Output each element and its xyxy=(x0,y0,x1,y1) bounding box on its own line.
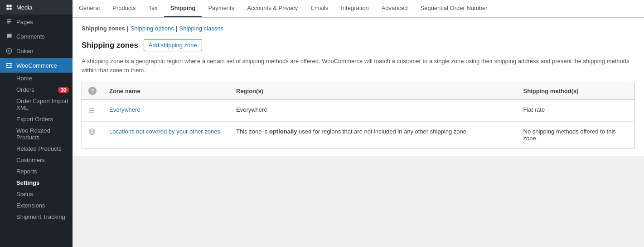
svg-rect-6 xyxy=(7,22,10,23)
sidebar: Media Pages Comments D Dokan WooCommerce… xyxy=(0,0,73,247)
submenu-label: Extensions xyxy=(16,202,45,209)
col-header-icon: ? xyxy=(82,82,103,100)
sidebar-item-label: Media xyxy=(16,4,32,11)
tab-emails[interactable]: Emails xyxy=(304,0,334,17)
row-region-col: Everywhere xyxy=(230,100,517,122)
region-text-bold: optionally xyxy=(269,128,297,135)
sidebar-item-extensions[interactable]: Extensions xyxy=(13,200,73,211)
sidebar-item-related-products[interactable]: Related Products xyxy=(13,143,73,154)
svg-rect-9 xyxy=(6,64,12,67)
sidebar-item-label: Comments xyxy=(16,33,45,40)
sidebar-item-order-export[interactable]: Order Export Import XML xyxy=(13,95,73,114)
sidebar-item-reports[interactable]: Reports xyxy=(13,166,73,177)
sidebar-item-media[interactable]: Media xyxy=(0,0,73,15)
col-header-zone-name: Zone name xyxy=(103,82,230,100)
sidebar-item-woocommerce[interactable]: WooCommerce xyxy=(0,58,73,73)
submenu-label: Shipment Tracking xyxy=(16,213,65,220)
content-area: Shipping zones | Shipping options | Ship… xyxy=(73,18,644,156)
breadcrumb-sep2: | xyxy=(176,25,178,32)
zone-name-link[interactable]: Everywhere xyxy=(109,106,140,113)
svg-rect-1 xyxy=(10,5,12,7)
svg-rect-3 xyxy=(10,8,12,10)
pages-icon xyxy=(5,18,13,25)
svg-point-10 xyxy=(7,65,9,66)
sidebar-submenu: Home Orders 30 Order Export Import XML E… xyxy=(0,73,73,222)
row-zone-name-col: Locations not covered by your other zone… xyxy=(103,122,230,148)
sidebar-item-settings[interactable]: Settings xyxy=(13,177,73,188)
globe-icon xyxy=(88,129,96,137)
table-row: ☰ Everywhere Everywhere Flat rate xyxy=(82,100,635,122)
tab-sequential-order-number[interactable]: Sequential Order Number xyxy=(414,0,494,17)
sidebar-item-customers[interactable]: Customers xyxy=(13,154,73,166)
submenu-label: Orders xyxy=(16,86,34,93)
region-text-suffix: used for regions that are not included i… xyxy=(297,128,468,135)
tab-payments[interactable]: Payments xyxy=(202,0,241,17)
submenu-label: Related Products xyxy=(16,145,62,152)
tab-products[interactable]: Products xyxy=(106,0,142,17)
comments-icon xyxy=(5,33,13,40)
row-shipping-method-col: No shipping methods offered to this zone… xyxy=(517,122,635,148)
region-text-prefix: This zone is xyxy=(236,128,269,135)
section-description: A shipping zone is a geographic region w… xyxy=(82,57,635,74)
tab-general[interactable]: General xyxy=(73,0,106,17)
shipping-zones-table: ? Zone name Region(s) Shipping method(s)… xyxy=(82,82,635,148)
sidebar-item-shipment-tracking[interactable]: Shipment Tracking xyxy=(13,211,73,222)
breadcrumb-sep1: | xyxy=(127,25,129,32)
breadcrumb-current: Shipping zones xyxy=(82,25,125,32)
sidebar-item-home[interactable]: Home xyxy=(13,73,73,84)
svg-rect-2 xyxy=(6,8,9,10)
submenu-label: Order Export Import XML xyxy=(16,98,69,111)
sidebar-item-orders[interactable]: Orders 30 xyxy=(13,84,73,95)
svg-point-11 xyxy=(10,65,11,66)
row-icon-col xyxy=(82,122,103,148)
tabs-bar: General Products Tax Shipping Payments A… xyxy=(73,0,644,18)
tab-tax[interactable]: Tax xyxy=(142,0,164,17)
submenu-label: Customers xyxy=(16,157,45,163)
sidebar-item-label: WooCommerce xyxy=(16,62,57,69)
row-region-col: This zone is optionally used for regions… xyxy=(230,122,517,148)
submenu-label: Export Orders xyxy=(16,116,53,123)
row-icon-col: ☰ xyxy=(82,100,103,122)
help-icon[interactable]: ? xyxy=(88,87,97,95)
add-shipping-zone-button[interactable]: Add shipping zone xyxy=(144,39,202,51)
media-icon xyxy=(5,4,13,11)
submenu-label: Settings xyxy=(16,179,39,186)
woo-icon xyxy=(5,62,13,69)
submenu-label: Woo Related Products xyxy=(16,127,69,141)
section-header: Shipping zones Add shipping zone xyxy=(82,39,635,51)
svg-text:D: D xyxy=(8,49,10,53)
submenu-label: Status xyxy=(16,191,33,198)
zone-name-link[interactable]: Locations not covered by your other zone… xyxy=(109,128,220,135)
sidebar-item-label: Dokan xyxy=(16,48,34,54)
col-header-shipping-methods: Shipping method(s) xyxy=(517,82,635,100)
sidebar-item-dokan[interactable]: D Dokan xyxy=(0,44,73,58)
breadcrumb-link-shipping-classes[interactable]: Shipping classes xyxy=(179,25,223,32)
tab-accounts-privacy[interactable]: Accounts & Privacy xyxy=(241,0,304,17)
sidebar-item-woo-related-products[interactable]: Woo Related Products xyxy=(13,125,73,143)
drag-handle-icon: ☰ xyxy=(88,107,95,114)
tab-shipping[interactable]: Shipping xyxy=(164,0,202,17)
col-header-regions: Region(s) xyxy=(230,82,517,100)
row-zone-name-col: Everywhere xyxy=(103,100,230,122)
sidebar-item-pages[interactable]: Pages xyxy=(0,15,73,29)
tab-advanced[interactable]: Advanced xyxy=(375,0,414,17)
svg-rect-4 xyxy=(7,19,11,20)
sidebar-item-export-orders[interactable]: Export Orders xyxy=(13,114,73,125)
orders-badge: 30 xyxy=(58,87,69,93)
table-row: Locations not covered by your other zone… xyxy=(82,122,635,148)
svg-rect-5 xyxy=(7,21,11,22)
tab-integration[interactable]: Integration xyxy=(334,0,375,17)
dokan-icon: D xyxy=(5,47,13,54)
submenu-label: Reports xyxy=(16,168,37,175)
breadcrumb: Shipping zones | Shipping options | Ship… xyxy=(82,25,635,32)
main-content: General Products Tax Shipping Payments A… xyxy=(73,0,644,247)
submenu-label: Home xyxy=(16,75,32,82)
sidebar-item-comments[interactable]: Comments xyxy=(0,29,73,44)
sidebar-item-label: Pages xyxy=(16,19,33,25)
row-shipping-method-col: Flat rate xyxy=(517,100,635,122)
breadcrumb-link-shipping-options[interactable]: Shipping options xyxy=(131,25,174,32)
svg-rect-0 xyxy=(6,5,9,7)
section-title: Shipping zones xyxy=(82,41,138,50)
sidebar-item-status[interactable]: Status xyxy=(13,188,73,200)
